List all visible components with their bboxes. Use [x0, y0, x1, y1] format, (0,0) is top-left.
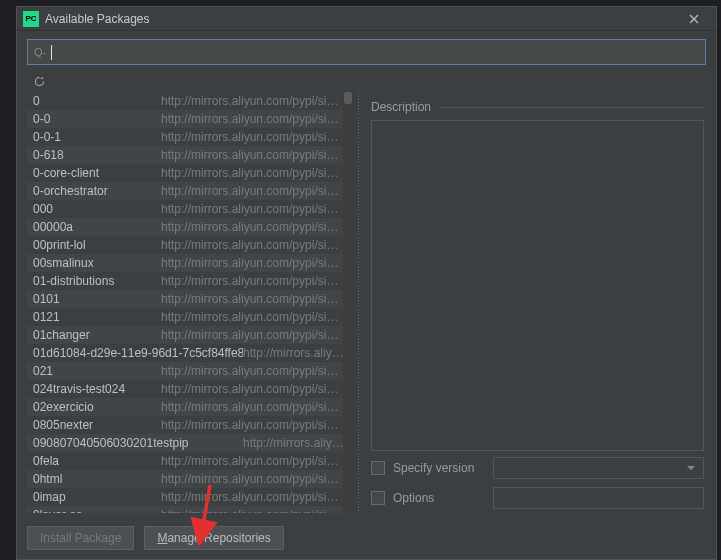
package-name: 0-core-client — [33, 166, 161, 180]
list-scrollbar[interactable] — [343, 92, 353, 513]
package-repo: http://mirrors.aliyun.com/pypi/simple/ — [161, 220, 347, 234]
titlebar: PC Available Packages — [17, 7, 716, 31]
window-title: Available Packages — [45, 12, 678, 26]
package-name: 0-618 — [33, 148, 161, 162]
options-label: Options — [393, 491, 493, 505]
package-repo: http://mirrors.aliyun.com/pypi/simple/ — [161, 328, 347, 342]
package-name: 02exercicio — [33, 400, 161, 414]
package-name: 0-orchestrator — [33, 184, 161, 198]
package-name: 0-0 — [33, 112, 161, 126]
package-repo: http://mirrors.aliyun.com/pypi/simple/ — [161, 418, 347, 432]
package-repo: http://mirrors.aliyun.com/pypi/simple/ — [161, 508, 347, 513]
package-name: 0imap — [33, 490, 161, 504]
package-name: 01d61084-d29e-11e9-96d1-7c5cf84ffe8e — [33, 346, 243, 360]
list-item[interactable]: 024travis-test024http://mirrors.aliyun.c… — [27, 380, 353, 398]
package-name: 0fela — [33, 454, 161, 468]
package-name: 0html — [33, 472, 161, 486]
reload-bar — [27, 71, 706, 91]
package-repo: http://mirrors.aliyun.com/pypi/simple/ — [161, 490, 347, 504]
list-item[interactable]: 00smalinuxhttp://mirrors.aliyun.com/pypi… — [27, 254, 353, 272]
list-item[interactable]: 0101http://mirrors.aliyun.com/pypi/simpl… — [27, 290, 353, 308]
list-item[interactable]: 01d61084-d29e-11e9-96d1-7c5cf84ffe8ehttp… — [27, 344, 353, 362]
details-panel: Description Specify version Options — [361, 92, 706, 513]
package-name: 021 — [33, 364, 161, 378]
list-item[interactable]: 0http://mirrors.aliyun.com/pypi/simple/ — [27, 92, 353, 110]
package-repo: http://mirrors.aliyun.com/pypi/simple/ — [161, 166, 347, 180]
list-item[interactable]: 090807040506030201testpiphttp://mirrors.… — [27, 434, 353, 452]
version-select[interactable] — [493, 457, 704, 479]
list-item[interactable]: 0-618http://mirrors.aliyun.com/pypi/simp… — [27, 146, 353, 164]
list-item[interactable]: 01changerhttp://mirrors.aliyun.com/pypi/… — [27, 326, 353, 344]
package-repo: http://mirrors.aliyun.com/pypi/simple/ — [161, 472, 347, 486]
description-header: Description — [371, 100, 704, 114]
package-name: 0 — [33, 94, 161, 108]
scrollbar-thumb[interactable] — [344, 92, 352, 104]
dialog-body: Q- 0http://mirrors.aliyun.com/pypi/simpl… — [17, 31, 716, 523]
package-list[interactable]: 0http://mirrors.aliyun.com/pypi/simple/0… — [27, 92, 353, 513]
package-repo: http://mirrors.aliyun.com/pypi/simple/ — [161, 382, 347, 396]
description-label: Description — [371, 100, 431, 114]
search-row[interactable]: Q- — [27, 39, 706, 65]
list-item[interactable]: 00print-lolhttp://mirrors.aliyun.com/pyp… — [27, 236, 353, 254]
package-repo: http://mirrors.aliyun.com/pypi/simple/ — [161, 292, 347, 306]
package-repo: http://mirrors.aliyun.com/pypi/simple/ — [161, 274, 347, 288]
specify-version-row: Specify version — [371, 455, 704, 481]
package-repo: http://mirrors.aliyun.com/pypi/simple/ — [161, 202, 347, 216]
list-item[interactable]: 000http://mirrors.aliyun.com/pypi/simple… — [27, 200, 353, 218]
footer: Install Package Manage Repositories — [17, 523, 716, 559]
package-name: 0805nexter — [33, 418, 161, 432]
package-repo: http://mirrors.aliyun.com/pypi/simple/ — [161, 130, 347, 144]
package-name: 0-0-1 — [33, 130, 161, 144]
search-icon: Q- — [34, 46, 46, 58]
specify-version-label: Specify version — [393, 461, 493, 475]
package-repo: http://mirrors.aliyun.com/pypi/simple/ — [161, 400, 347, 414]
options-checkbox[interactable] — [371, 491, 385, 505]
search-input[interactable] — [52, 45, 699, 59]
list-item[interactable]: 00000ahttp://mirrors.aliyun.com/pypi/sim… — [27, 218, 353, 236]
options-row: Options — [371, 485, 704, 511]
package-name: 0101 — [33, 292, 161, 306]
reload-icon[interactable] — [31, 73, 47, 89]
package-repo: http://mirrors.aliyun.com/pypi/simple/ — [161, 364, 347, 378]
package-name: 0lever-so — [33, 508, 161, 513]
package-repo: http://mirrors.aliyun.com/pypi/simple/ — [161, 256, 347, 270]
package-repo: http://mirrors.aliyun.com/pypi/simple/ — [161, 112, 347, 126]
package-repo: http://mirrors.aliyun.com/pypi/simple/ — [161, 94, 347, 108]
specify-version-checkbox[interactable] — [371, 461, 385, 475]
package-name: 01changer — [33, 328, 161, 342]
package-name: 024travis-test024 — [33, 382, 161, 396]
list-item[interactable]: 0-0-1http://mirrors.aliyun.com/pypi/simp… — [27, 128, 353, 146]
manage-repositories-button[interactable]: Manage Repositories — [144, 526, 283, 550]
package-repo: http://mirrors.aliyun.com/pypi/simple/ — [243, 436, 347, 450]
list-item[interactable]: 01-distributionshttp://mirrors.aliyun.co… — [27, 272, 353, 290]
list-item[interactable]: 02exerciciohttp://mirrors.aliyun.com/pyp… — [27, 398, 353, 416]
package-list-panel: 0http://mirrors.aliyun.com/pypi/simple/0… — [27, 92, 357, 513]
list-item[interactable]: 0felahttp://mirrors.aliyun.com/pypi/simp… — [27, 452, 353, 470]
list-item[interactable]: 0htmlhttp://mirrors.aliyun.com/pypi/simp… — [27, 470, 353, 488]
list-item[interactable]: 0-core-clienthttp://mirrors.aliyun.com/p… — [27, 164, 353, 182]
package-repo: http://mirrors.aliyun.com/pypi/simple/ — [161, 148, 347, 162]
package-name: 000 — [33, 202, 161, 216]
package-name: 00smalinux — [33, 256, 161, 270]
pycharm-icon: PC — [23, 11, 39, 27]
list-item[interactable]: 0-orchestratorhttp://mirrors.aliyun.com/… — [27, 182, 353, 200]
close-button[interactable] — [678, 8, 710, 30]
options-input[interactable] — [493, 487, 704, 509]
list-item[interactable]: 0-0http://mirrors.aliyun.com/pypi/simple… — [27, 110, 353, 128]
package-repo: http://mirrors.aliyun.com/pypi/simple/ — [161, 238, 347, 252]
list-item[interactable]: 0121http://mirrors.aliyun.com/pypi/simpl… — [27, 308, 353, 326]
install-package-button[interactable]: Install Package — [27, 526, 134, 550]
list-item[interactable]: 021http://mirrors.aliyun.com/pypi/simple… — [27, 362, 353, 380]
package-repo: http://mirrors.aliyun.com/pypi/simple/ — [161, 310, 347, 324]
available-packages-dialog: PC Available Packages Q- 0http://mirrors… — [16, 6, 717, 560]
list-item[interactable]: 0lever-sohttp://mirrors.aliyun.com/pypi/… — [27, 506, 353, 513]
list-item[interactable]: 0805nexterhttp://mirrors.aliyun.com/pypi… — [27, 416, 353, 434]
package-repo: http://mirrors.aliyun.com/pypi/simple/ — [161, 184, 347, 198]
package-name: 0121 — [33, 310, 161, 324]
package-repo: http://mirrors.aliyun.com/pypi/simple/ — [161, 454, 347, 468]
package-name: 090807040506030201testpip — [33, 436, 243, 450]
description-box — [371, 120, 704, 451]
split-pane: 0http://mirrors.aliyun.com/pypi/simple/0… — [27, 92, 706, 513]
list-item[interactable]: 0imaphttp://mirrors.aliyun.com/pypi/simp… — [27, 488, 353, 506]
package-name: 01-distributions — [33, 274, 161, 288]
